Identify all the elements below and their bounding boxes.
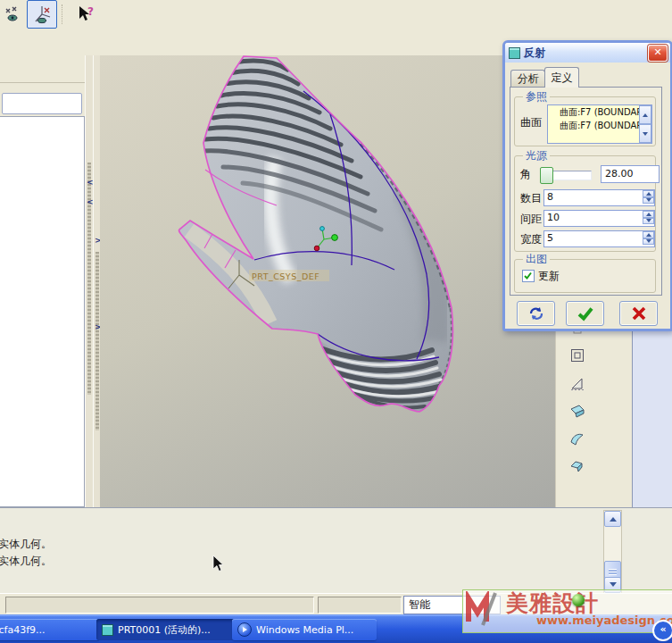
mouse-cursor xyxy=(212,555,225,572)
reference-group: 参照 曲面 曲面:F7 (BOUNDAR 曲面:F7 (BOUNDAR xyxy=(514,96,656,146)
spin-up-button[interactable] xyxy=(643,190,654,197)
spacing-field[interactable]: 10 xyxy=(543,210,655,227)
list-scrollbar xyxy=(639,105,651,143)
surface-label: 曲面 xyxy=(520,115,542,130)
width-field[interactable]: 5 xyxy=(543,230,655,247)
svg-text:?: ? xyxy=(87,5,94,18)
scroll-up-button[interactable] xyxy=(604,511,621,527)
taskbar-button-label: Windows Media Pl... xyxy=(256,624,353,636)
bent-surface-icon xyxy=(568,457,587,477)
boundary-blend-icon xyxy=(568,402,587,422)
offset-icon xyxy=(568,347,586,364)
graphics-viewport[interactable]: PRT_CSYS_DEF xyxy=(100,55,555,507)
count-spinner xyxy=(643,190,654,204)
swept-surface-tool-button[interactable] xyxy=(565,428,590,451)
message-line: 成实体几何。 xyxy=(0,537,52,552)
spin-down-button[interactable] xyxy=(643,218,654,225)
tree-search-input[interactable] xyxy=(2,93,82,114)
datum-point-display-button[interactable] xyxy=(0,3,25,26)
datum-point-display-icon xyxy=(4,5,21,23)
watermark: 美雅設計 www.meiyadesign.com xyxy=(462,589,672,633)
swept-surface-icon xyxy=(568,430,587,449)
width-label: 宽度 xyxy=(520,232,542,247)
count-label: 数目 xyxy=(520,191,542,206)
spin-up-button[interactable] xyxy=(643,211,654,218)
list-scroll-up-button[interactable] xyxy=(639,105,651,124)
tree-panel-divider xyxy=(0,82,85,83)
arrow-up-icon xyxy=(646,189,651,196)
selection-filter-value: 智能 xyxy=(409,597,430,613)
cancel-button[interactable] xyxy=(619,301,658,326)
close-button[interactable]: ✕ xyxy=(648,45,668,62)
watermark-url: www.meiyadesign.com xyxy=(536,614,672,627)
definition-tab-page: 参照 曲面 曲面:F7 (BOUNDAR 曲面:F7 (BOUNDAR 光源 角… xyxy=(510,87,662,296)
dialog-titlebar[interactable]: 反射 ✕ xyxy=(505,43,670,63)
surface-list-item[interactable]: 曲面:F7 (BOUNDAR xyxy=(548,105,651,119)
ok-button[interactable] xyxy=(566,301,604,326)
watermark-logo xyxy=(465,591,506,627)
message-area: 成实体几何。 成实体几何。 xyxy=(0,507,672,594)
message-scrollbar[interactable] xyxy=(603,510,622,594)
light-group-label: 光源 xyxy=(523,149,550,162)
angle-slider-thumb[interactable] xyxy=(540,167,553,184)
spin-down-button[interactable] xyxy=(643,197,654,205)
taskbar-button-3[interactable]: Windows Media Pl... xyxy=(232,619,377,640)
spacing-value: 10 xyxy=(547,212,560,223)
media-player-icon xyxy=(237,622,252,637)
model-tree-panel[interactable] xyxy=(0,116,85,507)
bent-surface-tool-button[interactable] xyxy=(565,455,590,479)
angle-value-field[interactable]: 28.00 xyxy=(601,165,660,183)
surface-list-item[interactable]: 曲面:F7 (BOUNDAR xyxy=(548,119,651,132)
message-line: 成实体几何。 xyxy=(0,554,52,569)
arrow-down-icon xyxy=(646,198,651,205)
separator xyxy=(62,4,68,24)
spin-down-button[interactable] xyxy=(643,238,654,246)
update-checkbox-label: 更新 xyxy=(538,269,560,284)
reflection-dialog: 反射 ✕ 分析 定义 参照 曲面 曲面:F7 (BOUNDAR 曲面:F7 (B… xyxy=(502,40,672,331)
count-field[interactable]: 8 xyxy=(543,189,655,206)
application-window: ◯ ↶ ↷ ✂ xyxy=(0,0,672,643)
update-checkbox[interactable] xyxy=(522,270,535,282)
arrow-up-icon xyxy=(646,230,651,237)
model-zebra-analysis: PRT_CSYS_DEF xyxy=(100,55,555,507)
x-cancel-icon xyxy=(630,305,648,322)
tab-definition[interactable]: 定义 xyxy=(544,67,579,88)
watermark-brand: 美雅設計 xyxy=(506,591,599,616)
splitter-grip xyxy=(95,252,99,430)
status-message-field xyxy=(5,597,314,614)
toolbar-second: ? xyxy=(0,0,672,29)
offset-tool-button[interactable] xyxy=(565,344,590,367)
arrow-up-icon xyxy=(643,111,648,117)
help-pointer-icon: ? xyxy=(76,4,97,24)
csys-label: PRT_CSYS_DEF xyxy=(252,271,319,281)
surface-list[interactable]: 曲面:F7 (BOUNDAR 曲面:F7 (BOUNDAR xyxy=(547,104,652,144)
arrow-down-icon xyxy=(646,239,651,246)
check-icon xyxy=(523,271,533,280)
taskbar-button-2[interactable]: PRT0001 (活动的)... xyxy=(96,619,237,640)
spacing-spinner xyxy=(643,211,654,224)
repeat-button[interactable] xyxy=(517,301,555,326)
part-window-icon xyxy=(102,624,113,636)
taskbar-button-label: PRT0001 (活动的)... xyxy=(118,623,211,637)
taskbar-button-label: 218_cfa43f9... xyxy=(0,624,46,636)
draft-tool-button[interactable] xyxy=(565,372,590,396)
count-value: 8 xyxy=(547,191,553,203)
tab-analysis[interactable]: 分析 xyxy=(510,70,545,88)
reference-group-label: 参照 xyxy=(523,90,550,103)
help-select-button[interactable]: ? xyxy=(72,3,101,26)
spin-up-button[interactable] xyxy=(643,231,654,238)
dialog-title: 反射 xyxy=(524,46,545,61)
watermark-orb-icon xyxy=(572,594,585,606)
plot-group: 出图 更新 xyxy=(514,259,656,293)
arrow-down-icon xyxy=(643,132,648,138)
boundary-blend-tool-button[interactable] xyxy=(565,400,590,423)
draft-icon xyxy=(568,375,586,393)
dialog-icon xyxy=(509,47,520,59)
toolbar-chevron-badge[interactable]: « xyxy=(652,620,672,641)
csys-display-button[interactable] xyxy=(27,0,57,29)
list-scroll-down-button[interactable] xyxy=(639,124,651,143)
taskbar-button-1[interactable]: 218_cfa43f9... xyxy=(0,619,100,640)
width-spinner xyxy=(643,231,654,245)
csys-display-icon xyxy=(31,4,53,25)
angle-label: 角 xyxy=(520,167,531,182)
